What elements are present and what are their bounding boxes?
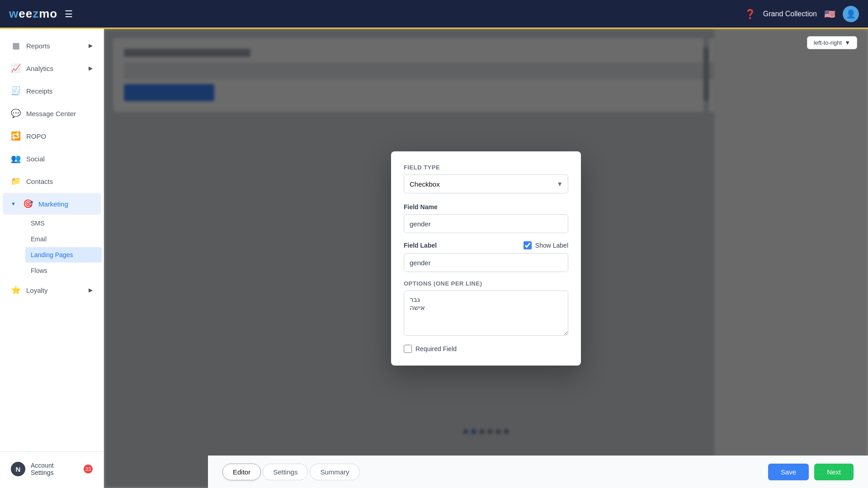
ropo-icon: 🔁: [11, 131, 21, 141]
sidebar-item-loyalty-label: Loyalty: [26, 286, 48, 294]
sidebar-item-analytics-label: Analytics: [26, 65, 53, 72]
marketing-icon: 🎯: [23, 199, 33, 209]
sidebar-item-social[interactable]: 👥 Social: [3, 148, 101, 169]
field-label-row: Field Label Show Label: [404, 241, 568, 249]
nav-right: ❓ Grand Collection 🇺🇸 👤: [745, 6, 859, 22]
sidebar: ▦ Reports ▶ 📈 Analytics ▶ 🧾 Receipts 💬 M…: [0, 29, 104, 488]
org-name: Grand Collection: [763, 10, 817, 18]
direction-dropdown[interactable]: left-to-right ▼: [807, 36, 857, 49]
sidebar-item-contacts[interactable]: 📁 Contacts: [3, 170, 101, 192]
sidebar-bottom: N Account Settings 23: [0, 451, 104, 483]
main-content: left-to-right ▼: [104, 29, 868, 488]
top-navigation: weezmo ☰ ❓ Grand Collection 🇺🇸 👤: [0, 0, 868, 29]
app-body: ▦ Reports ▶ 📈 Analytics ▶ 🧾 Receipts 💬 M…: [0, 29, 868, 488]
modal-overlay: Field Type Checkbox Text Radio Dropdown …: [104, 29, 868, 488]
sms-label: SMS: [31, 220, 44, 227]
options-textarea[interactable]: גבר אישה: [404, 291, 568, 336]
loyalty-chevron: ▶: [89, 287, 93, 293]
required-field-row: Required Field: [404, 345, 568, 353]
user-avatar[interactable]: 👤: [843, 6, 859, 22]
sidebar-subitem-email[interactable]: Email: [25, 231, 102, 247]
sidebar-item-ropo[interactable]: 🔁 ROPO: [3, 125, 101, 147]
save-button[interactable]: Save: [768, 464, 809, 480]
loyalty-icon: ⭐: [11, 285, 21, 295]
sidebar-item-reports-label: Reports: [26, 42, 50, 50]
show-label-text: Show Label: [535, 242, 568, 249]
sidebar-subitem-sms[interactable]: SMS: [25, 216, 102, 231]
field-name-label: Field Name: [404, 203, 438, 211]
sidebar-subitem-landing-pages[interactable]: Landing Pages: [25, 247, 102, 263]
tab-editor[interactable]: Editor: [222, 464, 261, 480]
sidebar-item-reports[interactable]: ▦ Reports ▶: [3, 35, 101, 56]
sidebar-item-ropo-label: ROPO: [26, 132, 46, 140]
sidebar-item-marketing[interactable]: ▼ 🎯 Marketing: [3, 193, 101, 215]
reports-chevron: ▶: [89, 42, 93, 49]
message-icon: 💬: [11, 108, 21, 118]
direction-label: left-to-right: [814, 39, 842, 46]
contacts-icon: 📁: [11, 176, 21, 186]
sidebar-item-marketing-label: Marketing: [38, 200, 68, 208]
sidebar-item-message-center[interactable]: 💬 Message Center: [3, 103, 101, 124]
analytics-icon: 📈: [11, 63, 21, 73]
field-type-select[interactable]: Checkbox Text Radio Dropdown Date: [404, 174, 568, 193]
field-name-row: Field Name: [404, 203, 568, 211]
required-field-checkbox[interactable]: [404, 345, 412, 353]
bottom-bar: Editor Settings Summary Save Next: [208, 455, 868, 488]
field-type-select-wrapper: Checkbox Text Radio Dropdown Date ▼: [404, 174, 568, 193]
field-editor-modal: Field Type Checkbox Text Radio Dropdown …: [391, 151, 581, 366]
field-label-label: Field Label: [404, 242, 437, 249]
hamburger-menu[interactable]: ☰: [65, 9, 73, 19]
field-label-input[interactable]: [404, 253, 568, 272]
notification-badge: 23: [84, 465, 93, 474]
email-label: Email: [31, 235, 47, 243]
required-field-label: Required Field: [415, 345, 457, 352]
tab-group: Editor Settings Summary: [222, 464, 360, 480]
sidebar-item-contacts-label: Contacts: [26, 178, 53, 185]
show-label-checkbox[interactable]: [524, 241, 532, 249]
field-type-label: Field Type: [404, 164, 568, 171]
sidebar-item-loyalty[interactable]: ⭐ Loyalty ▶: [3, 279, 101, 301]
help-icon[interactable]: ❓: [745, 9, 756, 19]
notification-count: 23: [85, 466, 91, 472]
analytics-chevron: ▶: [89, 65, 93, 71]
marketing-chevron-down: ▼: [11, 201, 16, 206]
direction-chevron: ▼: [844, 39, 850, 46]
account-settings-label: Account Settings: [31, 462, 78, 476]
next-button[interactable]: Next: [814, 464, 854, 480]
user-avatar-n: N: [11, 462, 25, 476]
social-icon: 👥: [11, 154, 21, 164]
nav-left: weezmo ☰: [9, 7, 73, 21]
bottom-actions: Save Next: [768, 464, 854, 480]
flows-label: Flows: [31, 267, 47, 274]
sidebar-item-analytics[interactable]: 📈 Analytics ▶: [3, 57, 101, 79]
show-label-row: Show Label: [524, 241, 568, 249]
flag-icon: 🇺🇸: [824, 9, 835, 19]
options-label: Options (One Per Line): [404, 280, 568, 287]
sidebar-subitem-flows[interactable]: Flows: [25, 263, 102, 278]
sidebar-item-receipts-label: Receipts: [26, 87, 52, 95]
field-name-input[interactable]: [404, 214, 568, 233]
sidebar-item-receipts[interactable]: 🧾 Receipts: [3, 80, 101, 102]
avatar-letter: N: [16, 465, 21, 473]
tab-summary[interactable]: Summary: [310, 464, 359, 480]
sidebar-item-account-settings[interactable]: N Account Settings 23: [3, 456, 101, 482]
sidebar-item-message-label: Message Center: [26, 110, 76, 117]
tab-settings[interactable]: Settings: [263, 464, 308, 480]
landing-pages-label: Landing Pages: [31, 251, 73, 258]
sidebar-item-social-label: Social: [26, 155, 45, 163]
app-logo: weezmo: [9, 7, 57, 21]
reports-icon: ▦: [11, 41, 21, 51]
receipts-icon: 🧾: [11, 86, 21, 96]
marketing-subitems: SMS Email Landing Pages Flows: [0, 215, 104, 279]
